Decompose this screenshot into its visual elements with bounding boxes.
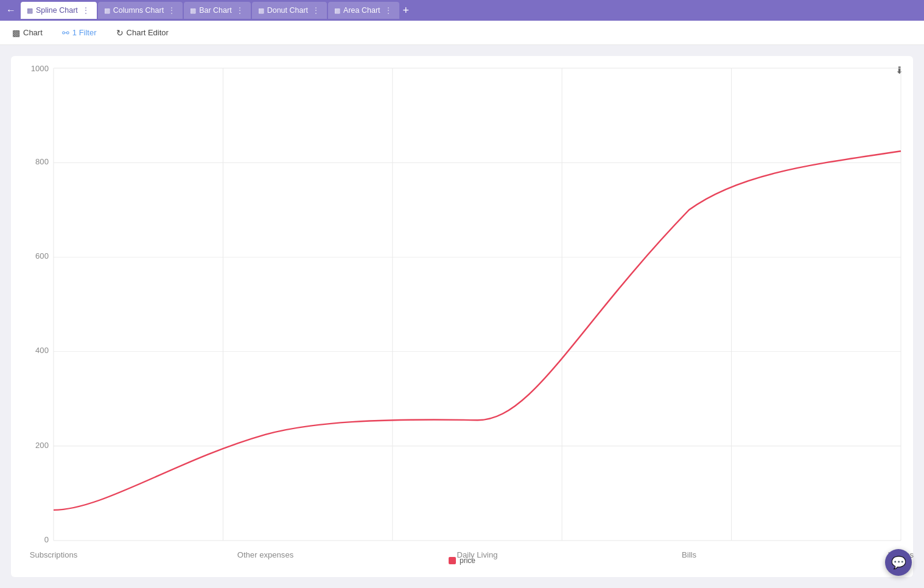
filter-label: 1 Filter [72,28,97,37]
tab-columns[interactable]: ▩ Columns Chart ⋮ [98,2,183,19]
add-tab-button[interactable]: + [401,4,412,17]
legend-color-price [449,557,456,564]
back-button[interactable]: ← [2,5,19,16]
svg-text:Bills: Bills [682,551,696,560]
donut-chart-icon: ▩ [258,7,264,15]
tab-area-menu[interactable]: ⋮ [383,6,393,15]
chart-legend: price [449,556,475,565]
columns-chart-icon: ▩ [104,7,110,15]
tab-columns-label: Columns Chart [113,6,164,15]
svg-text:0: 0 [44,535,49,544]
area-chart-icon: ▩ [334,7,340,15]
spline-chart-svg: 0 200 400 600 800 1000 Subscriptions Oth… [54,68,901,541]
chart-button[interactable]: ▩ Chart [7,26,47,40]
tab-area[interactable]: ▩ Area Chart ⋮ [328,2,399,19]
tab-bar-chart[interactable]: ▩ Bar Chart ⋮ [184,2,251,19]
legend-label-price: price [460,556,475,565]
svg-text:600: 600 [35,252,49,261]
svg-text:800: 800 [35,157,49,166]
filter-button[interactable]: ⚯ 1 Filter [57,26,102,40]
svg-text:400: 400 [35,346,49,355]
tab-spline-label: Spline Chart [36,6,78,15]
toolbar: ▩ Chart ⚯ 1 Filter ↻ Chart Editor [0,21,924,45]
chart-editor-label: Chart Editor [127,28,169,37]
tab-columns-menu[interactable]: ⋮ [167,6,177,15]
svg-text:1000: 1000 [31,64,49,73]
tab-bar-label: Bar Chart [199,6,232,15]
chart-editor-button[interactable]: ↻ Chart Editor [111,26,173,40]
chart-editor-icon: ↻ [116,28,124,38]
tab-donut[interactable]: ▩ Donut Chart ⋮ [252,2,327,19]
chart-label: Chart [23,28,43,37]
tab-bar: ← ▩ Spline Chart ⋮ ▩ Columns Chart ⋮ ▩ B… [0,0,924,21]
chart-area: 0 200 400 600 800 1000 Subscriptions Oth… [54,68,901,541]
tab-bar-menu[interactable]: ⋮ [235,6,245,15]
chat-button[interactable]: 💬 [885,549,912,576]
chart-container: ⬇ [11,56,913,577]
tab-area-label: Area Chart [343,6,380,15]
tab-spline[interactable]: ▩ Spline Chart ⋮ [21,2,97,19]
chat-icon: 💬 [891,555,906,570]
main-content: ⬇ [0,45,924,588]
svg-text:Other expenses: Other expenses [237,551,294,560]
spline-chart-icon: ▩ [27,7,33,15]
spline-line [54,151,901,510]
tab-donut-label: Donut Chart [267,6,308,15]
chart-icon: ▩ [12,28,20,38]
filter-icon: ⚯ [62,28,69,38]
tab-spline-menu[interactable]: ⋮ [81,6,91,15]
bar-chart-icon: ▩ [190,7,196,15]
tab-donut-menu[interactable]: ⋮ [311,6,321,15]
svg-text:200: 200 [35,441,49,450]
svg-text:Subscriptions: Subscriptions [30,551,78,560]
